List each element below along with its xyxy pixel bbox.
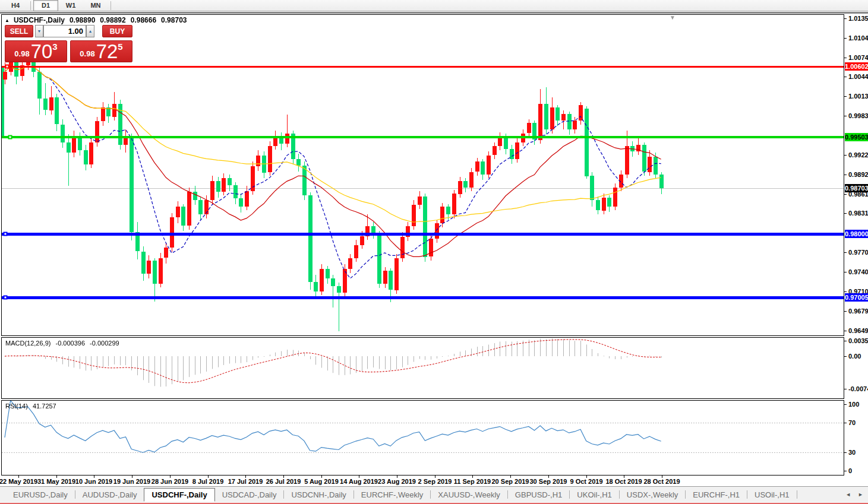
date-label: 28 Jun 2019	[151, 478, 188, 485]
date-label: 8 Jul 2019	[192, 478, 224, 485]
main-chart-canvas[interactable]	[2, 15, 844, 335]
axis-tick	[844, 175, 847, 175]
axis-tick	[844, 341, 847, 341]
timeframe-button-d1[interactable]: D1	[33, 0, 58, 11]
axis-tick	[844, 356, 847, 357]
axis-tick	[844, 252, 847, 253]
price-badge: 1.00602	[845, 62, 868, 71]
date-label: 31 May 2019	[37, 478, 75, 485]
chart-tab-ukoil-h1[interactable]: UKOil-,H1	[570, 490, 619, 499]
timeframe-button-h4[interactable]: H4	[3, 0, 28, 11]
chart-tab-usdx-weekly[interactable]: USDX-,Weekly	[620, 490, 685, 499]
toolbar-divider	[111, 1, 111, 10]
chart-tab-eurchf-h1[interactable]: EURCHF-,H1	[686, 490, 747, 499]
buy-price-base: 0.98	[80, 49, 94, 58]
chart-tab-audusd-daily[interactable]: AUDUSD-,Daily	[75, 490, 144, 499]
macd-axis-label: 0.00	[848, 353, 861, 360]
rsi-axis-label: 100	[848, 401, 859, 408]
chart-tab-xauusd-weekly[interactable]: XAUUSD-,Weekly	[431, 490, 507, 499]
sell-button[interactable]: SELL	[5, 25, 33, 37]
chart-tab-usdcnh-daily[interactable]: USDCNH-,Daily	[284, 490, 353, 499]
date-label: 18 Oct 2019	[605, 478, 642, 485]
volume-input[interactable]	[44, 26, 86, 37]
buy-button[interactable]: BUY	[102, 25, 132, 37]
axis-tick	[844, 423, 847, 423]
toolbar-divider	[30, 1, 31, 10]
chart-tab-usoil-h1[interactable]: USOil-,H1	[747, 490, 797, 499]
axis-tick	[844, 77, 847, 77]
collapse-triangle-icon[interactable]: ▲	[5, 18, 10, 23]
axis-tick	[844, 194, 847, 195]
date-label: 23 Aug 2019	[378, 478, 416, 485]
date-label: 26 Jul 2019	[266, 478, 301, 485]
date-label: 10 Jun 2019	[75, 478, 112, 485]
price-axis-label: 1.00740	[848, 54, 868, 62]
date-label: 11 Sep 2019	[454, 478, 491, 485]
buy-price-box[interactable]: 0.98 72 5	[70, 40, 132, 62]
timeframe-toolbar: H4D1W1MN	[0, 0, 868, 11]
macd-signal-value: -0.000299	[90, 340, 119, 347]
price-badge: 0.99503	[845, 133, 868, 141]
axis-tick	[844, 58, 847, 58]
chart-tab-usdchf-daily[interactable]: USDCHF-,Daily	[144, 488, 214, 502]
macd-value: -0.000396	[55, 340, 85, 347]
price-axis-label: 1.01045	[848, 34, 868, 42]
macd-canvas[interactable]	[2, 338, 844, 398]
date-label: 2 Sep 2019	[418, 478, 452, 485]
tab-divider	[797, 490, 797, 499]
axis-tick	[844, 213, 847, 214]
price-axis-label: 0.96795	[848, 308, 868, 315]
chart-tab-bar: EURUSD-,DailyAUDUSD-,DailyUSDCHF-,DailyU…	[0, 486, 868, 502]
axis-tick	[844, 272, 847, 272]
price-axis-label: 0.96490	[848, 327, 868, 335]
axis-tick	[844, 389, 847, 389]
price-axis-label: 0.98315	[848, 210, 868, 217]
date-label: 14 Aug 2019	[340, 478, 378, 485]
symbol-period-label: USDCHF-,Daily	[14, 16, 65, 24]
sell-price-big: 70	[31, 42, 53, 61]
chart-tab-eurusd-daily[interactable]: EURUSD-,Daily	[6, 490, 75, 499]
ohlc-close: 0.98703	[161, 16, 187, 24]
axis-tick	[844, 155, 847, 156]
price-axis-label: 0.99225	[848, 151, 868, 159]
axis-tick	[844, 96, 847, 97]
chevron-up-icon: ▲	[89, 29, 93, 33]
rsi-label: RSI(14) 41.7257	[5, 402, 59, 410]
axis-tick	[844, 331, 847, 331]
timeframe-button-w1[interactable]: W1	[58, 0, 83, 11]
price-axis-label: 0.97705	[848, 249, 868, 256]
volume-field-frame	[43, 25, 86, 37]
macd-axis-label: -0.00749	[848, 385, 868, 393]
tab-scroll-left-icon[interactable]: ◄	[845, 492, 851, 497]
rsi-panel: RSI(14) 41.7257	[1, 400, 844, 476]
buy-price-pip: 5	[118, 42, 122, 52]
rsi-name: RSI(14)	[5, 402, 28, 410]
chart-shift-marker-icon[interactable]: ▼	[670, 14, 676, 21]
rsi-axis-label: 30	[848, 449, 856, 457]
tab-scroll-right-icon[interactable]: ►	[858, 492, 863, 497]
price-axis-label: 1.00440	[848, 73, 868, 81]
rsi-value: 41.7257	[33, 402, 56, 410]
toolbar-separator	[0, 12, 868, 14]
axis-tick	[844, 452, 847, 453]
rsi-canvas[interactable]	[2, 401, 844, 475]
axis-tick	[844, 38, 847, 39]
macd-axis-label: 0.003574	[848, 337, 868, 345]
timeframe-button-mn[interactable]: MN	[83, 0, 108, 11]
chart-tab-eurchf-weekly[interactable]: EURCHF-,Weekly	[354, 490, 431, 499]
sell-price-box[interactable]: 0.98 70 3	[5, 40, 67, 62]
volume-decrease-button[interactable]: ▼	[35, 25, 43, 37]
date-label: 20 Sep 2019	[492, 478, 529, 485]
axis-tick	[844, 404, 847, 405]
main-chart-panel	[1, 14, 844, 336]
chart-tab-usdcad-daily[interactable]: USDCAD-,Daily	[215, 490, 284, 499]
ohlc-high: 0.98892	[100, 16, 125, 24]
date-label: 9 Oct 2019	[570, 478, 602, 485]
volume-increase-button[interactable]: ▲	[86, 25, 94, 37]
axis-tick	[844, 471, 847, 471]
macd-label: MACD(12,26,9) -0.000396 -0.000299	[5, 340, 122, 347]
axis-tick	[844, 116, 847, 116]
ohlc-open: 0.98890	[70, 16, 95, 24]
price-axis-label: 1.01350	[848, 15, 868, 23]
chart-tab-gbpusd-h1[interactable]: GBPUSD-,H1	[508, 490, 569, 499]
